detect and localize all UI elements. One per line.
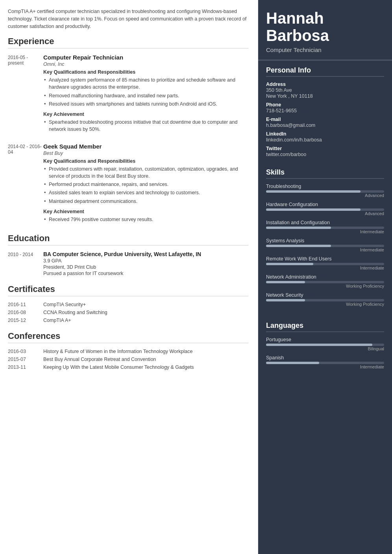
list-item: Assisted sales team to explain services … [43,189,248,196]
entry-job-title: Geek Squad Member [43,143,248,150]
cert-name: CompTIA A+ [43,318,71,323]
conf-name: Best Buy Annual Corporate Retreat and Co… [43,357,156,362]
conf-name: History & Future of Women in the Informa… [43,349,192,354]
address-line1: 350 5th Ave [266,87,384,93]
language-level-label: Intermediate [266,364,384,369]
skill-bar-background [266,281,384,283]
entry-content: Geek Squad MemberBest BuyKey Qualificati… [43,143,248,227]
cert-date: 2015-12 [8,318,43,323]
language-item: SpanishIntermediate [266,355,384,369]
entry-company: Omni, Inc [43,61,248,67]
person-name: Hannah Barbosa [266,9,384,44]
skill-bar-background [266,299,384,301]
skill-item: Systems AnalysisIntermediate [266,238,384,252]
edu-gpa: 3.9 GPA [43,258,248,264]
conferences-section: Conferences 2016-03History & Future of W… [8,331,248,370]
certificates-title: Certificates [8,284,248,296]
list-item: Provided customers with repair, installa… [43,165,248,180]
skill-level-label: Intermediate [266,229,384,234]
language-level-label: Bilingual [266,346,384,351]
entry-content: Computer Repair TechnicianOmni, IncKey Q… [43,54,248,137]
skill-item: Installation and ConfigurationIntermedia… [266,220,384,234]
skill-bar-fill [266,245,331,247]
list-item: Resolved issues with smartphones and tab… [43,100,248,108]
skill-bar-background [266,190,384,193]
experience-title: Experience [8,36,248,48]
conf-date: 2013-11 [8,364,43,370]
skill-level-label: Advanced [266,211,384,216]
list-item: Performed product maintenance, repairs, … [43,181,248,188]
education-list: 2010 - 2014BA Computer Science, Purdue U… [8,251,248,276]
experience-entry: 2014-02 - 2016-04Geek Squad MemberBest B… [8,143,248,227]
cert-name: CompTIA Security+ [43,302,86,307]
edu-date: 2010 - 2014 [8,251,43,276]
skill-level-label: Working Proficiency [266,302,384,307]
summary-text: CompTIA A+ certified computer technician… [8,8,248,30]
skill-bar-background [266,227,384,229]
language-bar-fill [266,362,319,364]
skill-item: TroubleshootingAdvanced [266,184,384,198]
linkedin-label: LinkedIn [266,131,384,137]
conf-name: Keeping Up With the Latest Mobile Consum… [43,364,194,370]
right-header: Hannah Barbosa Computer Technician [258,0,392,61]
skill-bar-fill [266,281,305,283]
skill-name: Installation and Configuration [266,220,384,225]
languages-title: Languages [266,322,384,332]
education-entry: 2010 - 2014BA Computer Science, Purdue U… [8,251,248,276]
skill-bar-background [266,245,384,247]
list-item: Analyzed system performance of 85 machin… [43,76,248,91]
list-item: Spearheaded troubleshooting process init… [43,119,248,133]
email-label: E-mail [266,117,384,122]
certificate-entry: 2016-11CompTIA Security+ [8,302,248,307]
skill-bar-fill [266,208,361,211]
phone-value: 718-521-9655 [266,108,384,113]
conference-entry: 2013-11Keeping Up With the Latest Mobile… [8,364,248,370]
cert-date: 2016-08 [8,310,43,315]
qualifications-label: Key Qualifications and Responsibilities [43,158,248,164]
twitter-value: twitter.com/barboo [266,152,384,157]
skill-name: Remote Work With End Users [266,256,384,262]
address-label: Address [266,82,384,87]
qualifications-list: Analyzed system performance of 85 machin… [43,76,248,108]
achievement-label: Key Achievement [43,209,248,214]
achievement-list: Spearheaded troubleshooting process init… [43,119,248,133]
email-value: h.barbosa@gmail.com [266,123,384,128]
list-item: Removed malfunctioning hardware, and ins… [43,92,248,99]
cert-date: 2016-11 [8,302,43,307]
certificate-entry: 2015-12CompTIA A+ [8,318,248,323]
qualifications-list: Provided customers with repair, installa… [43,165,248,205]
skills-list: TroubleshootingAdvancedHardware Configur… [266,184,384,307]
edu-content: BA Computer Science, Purdue University, … [43,251,248,276]
certificates-section: Certificates 2016-11CompTIA Security+201… [8,284,248,323]
conference-entry: 2015-07Best Buy Annual Corporate Retreat… [8,357,248,362]
skill-item: Remote Work With End UsersIntermediate [266,256,384,270]
phone-label: Phone [266,102,384,108]
skill-item: Network AdministrationWorking Proficienc… [266,274,384,288]
linkedin-value: linkedin.com/in/h.barbosa [266,137,384,143]
personal-info-title: Personal Info [266,66,384,77]
skill-bar-fill [266,190,361,193]
skill-name: Systems Analysis [266,238,384,244]
entry-date: 2016-05 - present [8,54,43,137]
entry-company: Best Buy [43,151,248,156]
experience-list: 2016-05 - presentComputer Repair Technic… [8,54,248,227]
edu-extra: Pursued a passion for IT coursework [43,271,248,276]
skill-bar-fill [266,227,331,229]
skill-bar-fill [266,263,313,265]
skill-bar-background [266,208,384,211]
experience-section: Experience 2016-05 - presentComputer Rep… [8,36,248,227]
conference-entry: 2016-03History & Future of Women in the … [8,349,248,354]
skill-level-label: Advanced [266,193,384,198]
language-bar-fill [266,344,372,346]
list-item: Received 79% positive customer survey re… [43,216,248,223]
entry-job-title: Computer Repair Technician [43,54,248,61]
cert-name: CCNA Routing and Switching [43,310,107,315]
languages-list: PortugueseBilingualSpanishIntermediate [266,337,384,369]
languages-section: Languages PortugueseBilingualSpanishInte… [258,316,392,379]
personal-info-section: Personal Info Address 350 5th Ave New Yo… [258,61,392,163]
skill-name: Network Security [266,292,384,298]
entry-date: 2014-02 - 2016-04 [8,143,43,227]
conf-date: 2015-07 [8,357,43,362]
edu-degree: BA Computer Science, Purdue University, … [43,251,248,257]
skill-name: Troubleshooting [266,184,384,189]
